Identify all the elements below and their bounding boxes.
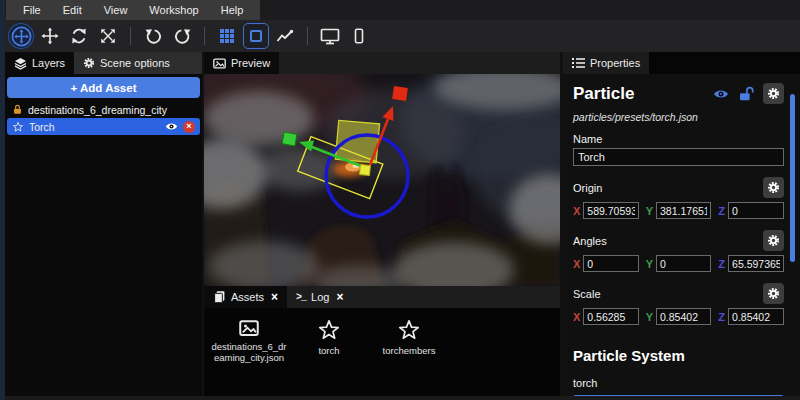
gear-icon	[767, 287, 780, 300]
scale-tool-button[interactable]	[95, 23, 121, 49]
menu-view[interactable]: View	[93, 4, 139, 16]
layer-row-torch[interactable]: Torch ×	[7, 118, 200, 135]
main-area: Layers Scene options + Add Asset destina…	[0, 52, 800, 400]
tab-log[interactable]: >_ Log ×	[287, 286, 352, 308]
mobile-preview-button[interactable]	[346, 23, 372, 49]
left-panel: Layers Scene options + Add Asset destina…	[5, 52, 202, 400]
axis-z-label: Z	[718, 205, 725, 217]
axis-z-label: Z	[718, 258, 725, 270]
gizmo-origin-handle[interactable]	[360, 165, 371, 176]
angles-x-input[interactable]	[583, 255, 638, 272]
move-tool-button[interactable]	[37, 23, 63, 49]
tab-layers-label: Layers	[32, 57, 65, 69]
tab-preview[interactable]: Preview	[204, 52, 279, 74]
close-log-tab-button[interactable]: ×	[336, 291, 343, 303]
left-tabbar: Layers Scene options	[5, 52, 202, 74]
close-assets-tab-button[interactable]: ×	[271, 291, 278, 303]
preview-canvas[interactable]	[204, 74, 560, 286]
unlock-icon[interactable]	[738, 86, 755, 102]
scale-arrows-icon	[100, 28, 116, 44]
visibility-eye-icon[interactable]	[165, 120, 178, 133]
properties-panel: Properties Particle particles/presets/to…	[563, 52, 800, 400]
bounds-toggle-button[interactable]	[243, 23, 269, 49]
delete-layer-button[interactable]: ×	[183, 121, 195, 133]
crosshair-move-icon	[11, 26, 32, 47]
assets-tabbar: Assets × >_ Log ×	[204, 286, 560, 308]
menu-file[interactable]: File	[12, 4, 52, 16]
menu-workshop[interactable]: Workshop	[138, 4, 209, 16]
axis-y-label: Y	[646, 258, 653, 270]
redo-button[interactable]	[169, 23, 195, 49]
scale-x-input[interactable]	[583, 308, 638, 325]
particle-system-title: Particle System	[573, 347, 784, 364]
asset-item-torchembers[interactable]: torchembers	[369, 318, 449, 357]
center-panel: Preview	[204, 52, 560, 400]
menu-help[interactable]: Help	[210, 4, 255, 16]
star-icon	[317, 318, 341, 342]
visibility-eye-icon[interactable]	[712, 86, 730, 102]
asset-item-torch[interactable]: torch	[289, 318, 369, 357]
origin-z-input[interactable]	[728, 202, 784, 219]
square-outline-icon	[250, 30, 262, 42]
gear-icon	[767, 87, 780, 100]
scale-y-input[interactable]	[656, 308, 711, 325]
axis-z-label: Z	[718, 311, 725, 323]
layer-row-background[interactable]: destinations_6_dreaming_city	[7, 101, 200, 118]
name-input[interactable]	[573, 148, 784, 166]
asset-label: torchembers	[381, 346, 438, 357]
properties-body: Particle particles/presets/torch.json Na…	[563, 74, 800, 400]
scale-settings-button[interactable]	[763, 283, 784, 304]
add-asset-button[interactable]: + Add Asset	[7, 77, 200, 98]
grid-toggle-button[interactable]	[214, 23, 240, 49]
angles-z-input[interactable]	[728, 255, 784, 272]
angles-section: Angles X Y Z	[573, 230, 784, 272]
asset-label: torch	[316, 346, 341, 357]
rotate-tool-button[interactable]	[66, 23, 92, 49]
origin-section: Origin X Y Z	[573, 177, 784, 219]
tab-properties[interactable]: Properties	[563, 52, 649, 74]
scale-z-input[interactable]	[728, 308, 784, 325]
preview-tabbar: Preview	[204, 52, 560, 74]
tab-preview-label: Preview	[231, 57, 270, 69]
tab-scene-options-label: Scene options	[100, 57, 170, 69]
desktop-preview-button[interactable]	[317, 23, 343, 49]
particle-settings-button[interactable]	[763, 83, 784, 104]
tab-assets-label: Assets	[231, 291, 264, 303]
list-icon	[572, 57, 585, 69]
vertical-scrollbar[interactable]	[790, 94, 795, 262]
layer-name: destinations_6_dreaming_city	[28, 104, 167, 116]
axis-x-label: X	[573, 311, 580, 323]
gizmo-y-handle[interactable]	[392, 86, 408, 101]
particle-title: Particle	[573, 84, 634, 104]
tab-scene-options[interactable]: Scene options	[74, 52, 179, 74]
tab-log-label: Log	[311, 291, 329, 303]
window-bottom-strip	[0, 396, 800, 400]
angles-y-input[interactable]	[656, 255, 711, 272]
gizmo-x-handle[interactable]	[282, 132, 297, 146]
tab-layers[interactable]: Layers	[5, 52, 74, 74]
origin-settings-button[interactable]	[763, 177, 784, 198]
menu-strip: File Edit View Workshop Help	[6, 0, 260, 20]
origin-y-input[interactable]	[656, 202, 711, 219]
rotate-icon	[70, 27, 88, 45]
select-move-tool-button[interactable]	[8, 23, 34, 49]
undo-button[interactable]	[140, 23, 166, 49]
asset-item-scene-json[interactable]: destinations_6_dreaming_city.json	[209, 318, 289, 364]
angles-settings-button[interactable]	[763, 230, 784, 251]
grid-icon	[220, 29, 234, 43]
line-chart-icon	[276, 28, 294, 44]
scale-section: Scale X Y Z	[573, 283, 784, 325]
stats-toggle-button[interactable]	[272, 23, 298, 49]
properties-tabbar: Properties	[563, 52, 800, 74]
particle-editor-window: File Edit View Workshop Help	[0, 0, 800, 400]
preview-viewport[interactable]	[204, 74, 560, 286]
menu-edit[interactable]: Edit	[52, 4, 93, 16]
toolbar-separator	[130, 27, 131, 45]
tab-assets[interactable]: Assets ×	[204, 286, 287, 308]
axis-x-label: X	[573, 205, 580, 217]
origin-x-input[interactable]	[583, 202, 638, 219]
scale-label: Scale	[573, 288, 601, 300]
undo-icon	[145, 28, 162, 45]
window-edge-strip	[0, 0, 5, 400]
asset-label: destinations_6_dreaming_city.json	[209, 342, 289, 364]
